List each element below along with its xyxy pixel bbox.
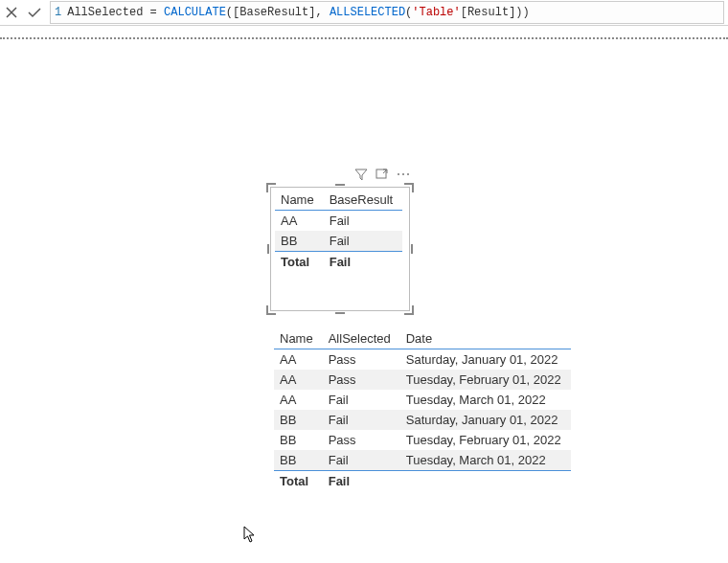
total-row: TotalFail bbox=[274, 471, 571, 492]
filter-icon[interactable] bbox=[354, 168, 368, 181]
more-icon[interactable] bbox=[397, 168, 410, 181]
cancel-button[interactable] bbox=[0, 1, 23, 24]
total-row: TotalFail bbox=[275, 252, 402, 273]
cursor-icon bbox=[243, 526, 257, 543]
line-number: 1 bbox=[55, 6, 61, 19]
check-icon bbox=[27, 6, 42, 19]
col-header[interactable]: Name bbox=[274, 328, 323, 349]
svg-rect-0 bbox=[376, 169, 386, 178]
formula-bar: 1 AllSelected = CALCULATE([BaseResult], … bbox=[0, 0, 728, 26]
col-header[interactable]: Name bbox=[275, 190, 324, 211]
table-row[interactable]: BBFailSaturday, January 01, 2022 bbox=[274, 410, 571, 430]
col-header[interactable]: Date bbox=[400, 328, 571, 349]
svg-point-2 bbox=[402, 173, 404, 175]
table-row[interactable]: AAPassTuesday, February 01, 2022 bbox=[274, 370, 571, 390]
table-row[interactable]: BBFailTuesday, March 01, 2022 bbox=[274, 450, 571, 471]
formula-input[interactable]: 1 AllSelected = CALCULATE([BaseResult], … bbox=[50, 1, 724, 24]
focus-icon[interactable] bbox=[375, 168, 389, 181]
table-row[interactable]: BBFail bbox=[275, 231, 402, 252]
visual-toolbar bbox=[354, 168, 410, 181]
table-visual-1[interactable]: Name BaseResult AAFailBBFailTotalFail bbox=[270, 187, 410, 311]
x-icon bbox=[5, 6, 18, 19]
divider bbox=[0, 37, 728, 39]
commit-button[interactable] bbox=[23, 1, 46, 24]
svg-point-1 bbox=[398, 173, 399, 175]
table-row[interactable]: AAFail bbox=[275, 211, 402, 232]
col-header[interactable]: BaseResult bbox=[324, 190, 402, 211]
formula-text: AllSelected = CALCULATE([BaseResult], AL… bbox=[67, 6, 530, 19]
table-row[interactable]: AAFailTuesday, March 01, 2022 bbox=[274, 390, 571, 410]
table-row[interactable]: BBPassTuesday, February 01, 2022 bbox=[274, 430, 571, 450]
table-visual-2[interactable]: Name AllSelected Date AAPassSaturday, Ja… bbox=[274, 328, 571, 491]
svg-point-3 bbox=[407, 173, 409, 175]
table-row[interactable]: AAPassSaturday, January 01, 2022 bbox=[274, 349, 571, 371]
col-header[interactable]: AllSelected bbox=[323, 328, 400, 349]
